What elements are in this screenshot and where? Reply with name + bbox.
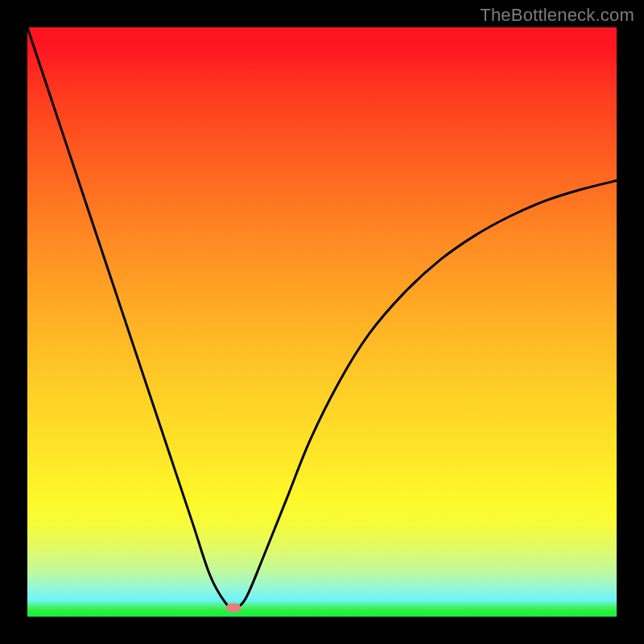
plot-area [27, 27, 617, 617]
optimal-point-marker [226, 604, 241, 613]
bottleneck-curve [27, 27, 617, 608]
watermark-text: TheBottleneck.com [480, 5, 634, 26]
chart-frame: TheBottleneck.com [0, 0, 644, 644]
curve-layer [27, 27, 617, 617]
